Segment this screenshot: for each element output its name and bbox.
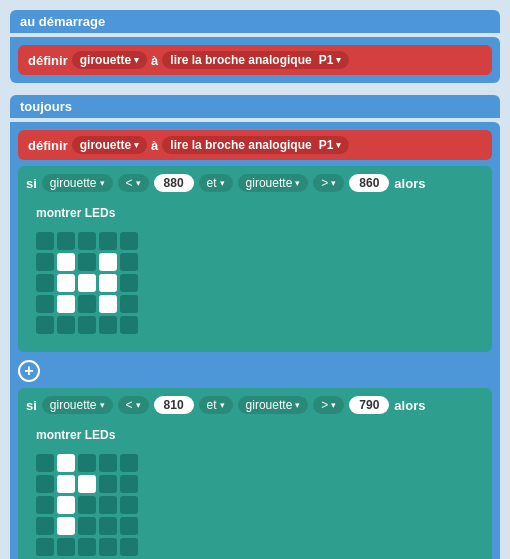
add-condition-button-1[interactable]: + bbox=[18, 360, 40, 382]
action-dropdown-2[interactable]: lire la broche analogique P1 ▾ bbox=[162, 136, 349, 154]
led-cell[interactable] bbox=[36, 295, 54, 313]
led-cell[interactable] bbox=[78, 274, 96, 292]
si-row-1: si girouette ▾ < ▾ 880 et ▾ g bbox=[26, 174, 484, 192]
led-cell[interactable] bbox=[78, 538, 96, 556]
op-dropdown-2a[interactable]: < ▾ bbox=[118, 396, 149, 414]
led-cell[interactable] bbox=[99, 538, 117, 556]
variable-dropdown-1[interactable]: girouette ▾ bbox=[72, 51, 147, 69]
led-grid-2 bbox=[32, 450, 478, 559]
led-cell[interactable] bbox=[120, 274, 138, 292]
et-dropdown-2[interactable]: et ▾ bbox=[199, 396, 233, 414]
led-cell[interactable] bbox=[78, 517, 96, 535]
girouette-dropdown-1b[interactable]: girouette ▾ bbox=[238, 174, 309, 192]
led-cell[interactable] bbox=[78, 232, 96, 250]
section-body-2: définir girouette ▾ à lire la broche ana… bbox=[10, 122, 500, 559]
led-cell[interactable] bbox=[57, 253, 75, 271]
definir-label-1: définir bbox=[28, 53, 68, 68]
et-dropdown-1[interactable]: et ▾ bbox=[199, 174, 233, 192]
led-cell[interactable] bbox=[78, 496, 96, 514]
led-cell[interactable] bbox=[36, 253, 54, 271]
section-au-demarrage: au démarrage définir girouette ▾ à lire … bbox=[10, 10, 500, 83]
led-cell[interactable] bbox=[120, 475, 138, 493]
chevron-down-icon-10: ▾ bbox=[100, 400, 105, 410]
alors-label-1: alors bbox=[394, 176, 425, 191]
section-body-1: définir girouette ▾ à lire la broche ana… bbox=[10, 37, 500, 83]
led-cell[interactable] bbox=[57, 274, 75, 292]
led-cell[interactable] bbox=[36, 316, 54, 334]
value-pill-2a[interactable]: 810 bbox=[154, 396, 194, 414]
led-cell[interactable] bbox=[57, 517, 75, 535]
led-cell[interactable] bbox=[120, 253, 138, 271]
connector-label-1: à bbox=[151, 53, 158, 68]
chevron-down-icon-13: ▾ bbox=[295, 400, 300, 410]
led-cell[interactable] bbox=[120, 538, 138, 556]
girouette-dropdown-1a[interactable]: girouette ▾ bbox=[42, 174, 113, 192]
led-grid-1 bbox=[32, 228, 478, 338]
led-cell[interactable] bbox=[57, 316, 75, 334]
led-cell[interactable] bbox=[99, 496, 117, 514]
action-dropdown-1[interactable]: lire la broche analogique P1 ▾ bbox=[162, 51, 349, 69]
led-cell[interactable] bbox=[36, 517, 54, 535]
value-pill-1a[interactable]: 880 bbox=[154, 174, 194, 192]
led-cell[interactable] bbox=[36, 496, 54, 514]
chevron-down-icon-6: ▾ bbox=[136, 178, 141, 188]
led-cell[interactable] bbox=[36, 274, 54, 292]
led-cell[interactable] bbox=[120, 454, 138, 472]
led-cell[interactable] bbox=[78, 253, 96, 271]
op-dropdown-1a[interactable]: < ▾ bbox=[118, 174, 149, 192]
led-cell[interactable] bbox=[57, 538, 75, 556]
montrer-leds-label-1: montrer LEDs bbox=[32, 204, 478, 222]
led-cell[interactable] bbox=[57, 475, 75, 493]
led-cell[interactable] bbox=[36, 475, 54, 493]
led-cell[interactable] bbox=[99, 274, 117, 292]
led-cell[interactable] bbox=[120, 316, 138, 334]
led-cell[interactable] bbox=[78, 475, 96, 493]
led-cell[interactable] bbox=[57, 295, 75, 313]
definir-label-2: définir bbox=[28, 138, 68, 153]
chevron-down-icon: ▾ bbox=[134, 55, 139, 65]
led-cell[interactable] bbox=[36, 538, 54, 556]
value-pill-2b[interactable]: 790 bbox=[349, 396, 389, 414]
chevron-down-icon-14: ▾ bbox=[331, 400, 336, 410]
led-cell[interactable] bbox=[99, 253, 117, 271]
section-toujours: toujours définir girouette ▾ à lire la b… bbox=[10, 95, 500, 559]
op-dropdown-2b[interactable]: > ▾ bbox=[313, 396, 344, 414]
montrer-leds-block-1: montrer LEDs bbox=[26, 198, 484, 344]
led-cell[interactable] bbox=[120, 295, 138, 313]
girouette-dropdown-2a[interactable]: girouette ▾ bbox=[42, 396, 113, 414]
chevron-down-icon-7: ▾ bbox=[220, 178, 225, 188]
si-row-2: si girouette ▾ < ▾ 810 et ▾ g bbox=[26, 396, 484, 414]
girouette-dropdown-2b[interactable]: girouette ▾ bbox=[238, 396, 309, 414]
chevron-down-icon-4: ▾ bbox=[336, 140, 341, 150]
led-cell[interactable] bbox=[99, 295, 117, 313]
led-cell[interactable] bbox=[78, 316, 96, 334]
led-cell[interactable] bbox=[99, 517, 117, 535]
alors-label-2: alors bbox=[394, 398, 425, 413]
chevron-down-icon-9: ▾ bbox=[331, 178, 336, 188]
chevron-down-icon-8: ▾ bbox=[295, 178, 300, 188]
section-header-1: au démarrage bbox=[10, 10, 500, 33]
led-cell[interactable] bbox=[78, 295, 96, 313]
led-cell[interactable] bbox=[78, 454, 96, 472]
led-cell[interactable] bbox=[57, 232, 75, 250]
led-cell[interactable] bbox=[120, 232, 138, 250]
value-pill-1b[interactable]: 860 bbox=[349, 174, 389, 192]
led-cell[interactable] bbox=[36, 454, 54, 472]
si-label-1: si bbox=[26, 176, 37, 191]
variable-dropdown-2[interactable]: girouette ▾ bbox=[72, 136, 147, 154]
led-cell[interactable] bbox=[57, 496, 75, 514]
chevron-down-icon-3: ▾ bbox=[134, 140, 139, 150]
led-cell[interactable] bbox=[99, 316, 117, 334]
si-label-2: si bbox=[26, 398, 37, 413]
chevron-down-icon-11: ▾ bbox=[136, 400, 141, 410]
led-cell[interactable] bbox=[120, 496, 138, 514]
definir-row-2: définir girouette ▾ à lire la broche ana… bbox=[18, 130, 492, 160]
led-cell[interactable] bbox=[120, 517, 138, 535]
led-cell[interactable] bbox=[57, 454, 75, 472]
led-cell[interactable] bbox=[99, 475, 117, 493]
op-dropdown-1b[interactable]: > ▾ bbox=[313, 174, 344, 192]
led-cell[interactable] bbox=[99, 454, 117, 472]
connector-label-2: à bbox=[151, 138, 158, 153]
led-cell[interactable] bbox=[99, 232, 117, 250]
led-cell[interactable] bbox=[36, 232, 54, 250]
